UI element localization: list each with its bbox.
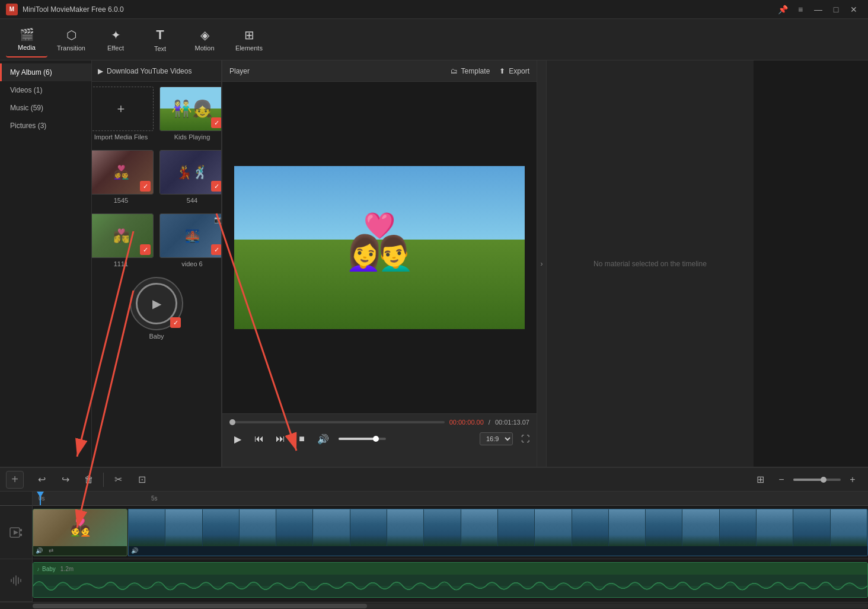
video-track-icon xyxy=(0,506,32,560)
player-controls: 00:00:00.00 / 00:01:13.07 ▶ ⏮ ⏭ ■ 🔊 16:9… xyxy=(222,413,537,467)
zoom-in-button[interactable]: + xyxy=(843,470,862,489)
sidebar-item-videos[interactable]: Videos (1) xyxy=(0,81,91,99)
scrollbar-thumb[interactable] xyxy=(33,604,367,608)
player-panel: Player 🗂 Template ⬆ Export xyxy=(222,60,537,467)
effect-tab[interactable]: ✦ Effect xyxy=(95,22,136,58)
cut-button[interactable]: ✂ xyxy=(108,470,127,489)
time-total: 00:01:13.07 xyxy=(495,419,529,426)
transition-icon: ⬡ xyxy=(66,28,76,42)
svg-rect-2 xyxy=(20,529,22,531)
track-icons-column xyxy=(0,492,33,602)
player-video-inner: 👩‍❤️‍👨 xyxy=(234,166,525,329)
audio-track-svg-icon xyxy=(10,575,22,586)
scrollbar-track xyxy=(33,604,868,608)
stop-button[interactable]: ■ xyxy=(293,431,310,447)
motion-label: Motion xyxy=(194,44,214,52)
media-item-baby[interactable]: ▶ ✓ Baby xyxy=(130,277,183,340)
app-title: MiniTool MovieMaker Free 6.0.0 xyxy=(23,5,124,14)
film-frame-3 xyxy=(203,509,240,546)
template-button[interactable]: 🗂 Template xyxy=(451,67,490,75)
media-check-544: ✓ xyxy=(211,181,221,192)
media-item-1111[interactable]: 👩‍❤️‍💋‍👨 ✓ 1111 xyxy=(92,213,154,267)
sidebar-item-pictures[interactable]: Pictures (3) xyxy=(0,117,91,135)
sidebar-item-my-album[interactable]: My Album (6) xyxy=(0,63,91,81)
media-check-1111: ✓ xyxy=(140,244,151,255)
fullscreen-button[interactable]: ⛶ xyxy=(521,434,529,444)
player-header-right: 🗂 Template ⬆ Export xyxy=(451,67,529,75)
audio-waveform xyxy=(33,575,867,597)
media-item-video6[interactable]: 🌉 📷 ✓ video 6 xyxy=(159,213,221,267)
playhead[interactable] xyxy=(40,492,41,505)
media-item-1545[interactable]: 👩‍❤️‍👨 ✓ 1545 xyxy=(92,150,154,204)
download-youtube-button[interactable]: ▶ Download YouTube Videos xyxy=(98,67,192,75)
zoom-slider[interactable] xyxy=(793,479,841,481)
export-button[interactable]: ⬆ Export xyxy=(499,67,529,75)
progress-bar-container: 00:00:00.00 / 00:01:13.07 xyxy=(229,419,529,426)
media-check-1545: ✓ xyxy=(140,181,151,192)
volume-button[interactable]: 🔊 xyxy=(315,431,331,447)
minimize-button[interactable]: — xyxy=(810,1,826,18)
media-icon: 🎬 xyxy=(20,27,34,42)
media-row-4: ▶ ✓ Baby xyxy=(92,272,221,345)
menu-button[interactable]: ≡ xyxy=(792,1,809,18)
audio-clip-name: Baby xyxy=(42,566,56,572)
media-item-kids-playing[interactable]: 👫👧 ✓ Kids Playing xyxy=(159,87,221,141)
video-scene: 👩‍❤️‍👨 xyxy=(234,166,525,329)
video-clip-right[interactable]: 🔊 xyxy=(128,509,868,556)
play-button[interactable]: ▶ xyxy=(229,431,246,447)
zoom-dot xyxy=(821,477,826,483)
timeline-toolbar: + ↩ ↪ 🗑 ✂ ⊡ ⊞ − + xyxy=(0,468,868,492)
export-icon: ⬆ xyxy=(499,67,505,75)
delete-button[interactable]: 🗑 xyxy=(79,470,98,489)
media-check-baby: ✓ xyxy=(170,317,181,328)
video-clip-left[interactable]: 💑 🔊 ⇄ xyxy=(33,509,127,556)
transition-tab[interactable]: ⬡ Transition xyxy=(50,22,92,58)
progress-bar[interactable] xyxy=(229,421,445,423)
time-separator: / xyxy=(489,419,490,426)
text-tab[interactable]: T Text xyxy=(139,22,181,58)
sidebar-item-music[interactable]: Music (59) xyxy=(0,99,91,117)
kids-playing-label: Kids Playing xyxy=(174,133,210,141)
volume-slider[interactable] xyxy=(339,438,386,440)
baby-label: Baby xyxy=(149,333,164,340)
audio-clip[interactable]: ♪ Baby 1.2m xyxy=(33,562,868,598)
film-frame-9 xyxy=(424,509,461,546)
properties-panel: No material selected on the timeline xyxy=(546,60,754,467)
import-media-item[interactable]: + Import Media Files xyxy=(92,87,154,141)
media-top-bar: ▶ Download YouTube Videos xyxy=(92,60,221,82)
toolbar-separator-1 xyxy=(103,473,104,487)
media-item-544[interactable]: 💃🕺 ✓ 544 xyxy=(159,150,221,204)
media-tab[interactable]: 🎬 Media xyxy=(6,22,47,58)
prev-frame-button[interactable]: ⏮ xyxy=(251,431,267,447)
media-panel: My Album (6) Videos (1) Music (59) Pictu… xyxy=(0,60,222,467)
time-current: 00:00:00.00 xyxy=(449,419,484,426)
close-button[interactable]: ✕ xyxy=(845,1,862,18)
undo-button[interactable]: ↩ xyxy=(32,470,51,489)
film-frames xyxy=(129,509,867,546)
template-icon: 🗂 xyxy=(451,67,458,75)
timeline-toolbar-right: ⊞ − + xyxy=(751,470,862,489)
crop-button[interactable]: ⊡ xyxy=(132,470,151,489)
video-clip-right-volume-icon: 🔊 xyxy=(131,547,138,554)
zoom-out-button[interactable]: − xyxy=(772,470,791,489)
grid-view-button[interactable]: ⊞ xyxy=(751,470,770,489)
elements-tab[interactable]: ⊞ Elements xyxy=(228,22,270,58)
titlebar-controls: 📌 ≡ — □ ✕ xyxy=(774,1,862,18)
player-and-props: Player 🗂 Template ⬆ Export xyxy=(222,60,868,467)
aspect-ratio-select[interactable]: 16:94:31:19:16 xyxy=(480,432,513,445)
video-track-svg-icon xyxy=(9,526,23,539)
video-track-area[interactable]: 💑 🔊 ⇄ xyxy=(33,506,868,560)
maximize-button[interactable]: □ xyxy=(828,1,844,18)
pin-button[interactable]: 📌 xyxy=(774,1,791,18)
effect-label: Effect xyxy=(107,44,124,52)
film-frame-6 xyxy=(313,509,350,546)
audio-track-area[interactable]: ♪ Baby 1.2m xyxy=(33,559,868,602)
transition-label: Transition xyxy=(57,44,85,52)
panel-toggle-button[interactable]: › xyxy=(537,60,546,467)
next-frame-button[interactable]: ⏭ xyxy=(272,431,289,447)
redo-button[interactable]: ↪ xyxy=(56,470,75,489)
motion-tab[interactable]: ◈ Motion xyxy=(184,22,225,58)
toolbar: 🎬 Media ⬡ Transition ✦ Effect T Text ◈ M… xyxy=(0,19,868,60)
add-track-button[interactable]: + xyxy=(6,471,24,489)
properties-area: › No material selected on the timeline xyxy=(537,60,754,467)
